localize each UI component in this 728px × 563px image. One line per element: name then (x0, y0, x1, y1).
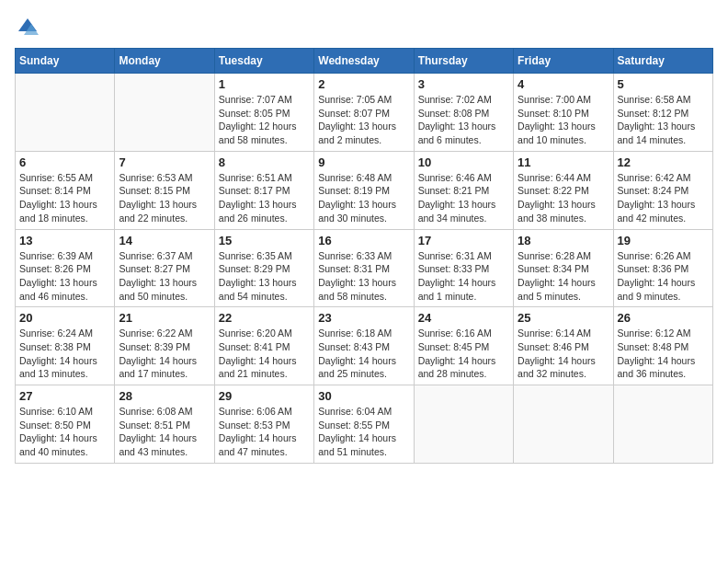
day-cell: 14Sunrise: 6:37 AMSunset: 8:27 PMDayligh… (115, 229, 214, 307)
day-number: 13 (19, 234, 110, 247)
day-info: Sunrise: 6:42 AMSunset: 8:24 PMDaylight:… (618, 171, 709, 225)
day-cell: 1Sunrise: 7:07 AMSunset: 8:05 PMDaylight… (214, 74, 313, 152)
day-cell: 16Sunrise: 6:33 AMSunset: 8:31 PMDayligh… (314, 229, 414, 307)
day-number: 30 (318, 389, 409, 403)
day-cell: 8Sunrise: 6:51 AMSunset: 8:17 PMDaylight… (214, 151, 313, 229)
day-cell: 22Sunrise: 6:20 AMSunset: 8:41 PMDayligh… (214, 307, 313, 385)
day-cell: 11Sunrise: 6:44 AMSunset: 8:22 PMDayligh… (514, 151, 613, 229)
day-info: Sunrise: 7:05 AMSunset: 8:07 PMDaylight:… (318, 93, 409, 147)
day-info: Sunrise: 6:26 AMSunset: 8:36 PMDaylight:… (618, 249, 709, 304)
day-cell: 26Sunrise: 6:12 AMSunset: 8:48 PMDayligh… (613, 307, 712, 385)
logo-icon (15, 15, 40, 40)
day-info: Sunrise: 6:33 AMSunset: 8:31 PMDaylight:… (318, 249, 409, 304)
weekday-header-saturday: Saturday (613, 49, 712, 74)
weekday-header-monday: Monday (115, 49, 214, 74)
day-info: Sunrise: 6:46 AMSunset: 8:21 PMDaylight:… (418, 171, 509, 225)
day-info: Sunrise: 6:06 AMSunset: 8:53 PMDaylight:… (219, 405, 310, 459)
weekday-header-row: SundayMondayTuesdayWednesdayThursdayFrid… (16, 49, 713, 74)
weekday-header-thursday: Thursday (414, 49, 513, 74)
day-cell: 15Sunrise: 6:35 AMSunset: 8:29 PMDayligh… (214, 229, 313, 307)
day-cell: 12Sunrise: 6:42 AMSunset: 8:24 PMDayligh… (613, 151, 712, 229)
day-number: 8 (219, 155, 310, 169)
week-row-3: 13Sunrise: 6:39 AMSunset: 8:26 PMDayligh… (16, 229, 713, 307)
day-number: 19 (618, 234, 709, 247)
day-info: Sunrise: 6:16 AMSunset: 8:45 PMDaylight:… (418, 327, 509, 381)
day-cell: 29Sunrise: 6:06 AMSunset: 8:53 PMDayligh… (214, 385, 313, 464)
day-number: 5 (618, 77, 709, 91)
day-info: Sunrise: 6:55 AMSunset: 8:14 PMDaylight:… (19, 171, 110, 225)
day-info: Sunrise: 7:02 AMSunset: 8:08 PMDaylight:… (418, 93, 509, 147)
day-number: 3 (418, 77, 509, 91)
day-cell: 17Sunrise: 6:31 AMSunset: 8:33 PMDayligh… (414, 229, 513, 307)
day-cell: 5Sunrise: 6:58 AMSunset: 8:12 PMDaylight… (613, 74, 712, 152)
day-cell: 10Sunrise: 6:46 AMSunset: 8:21 PMDayligh… (414, 151, 513, 229)
day-info: Sunrise: 6:28 AMSunset: 8:34 PMDaylight:… (518, 249, 609, 304)
day-cell: 9Sunrise: 6:48 AMSunset: 8:19 PMDaylight… (314, 151, 414, 229)
day-info: Sunrise: 6:58 AMSunset: 8:12 PMDaylight:… (618, 93, 709, 147)
day-number: 6 (19, 155, 110, 169)
day-cell: 7Sunrise: 6:53 AMSunset: 8:15 PMDaylight… (115, 151, 214, 229)
day-cell: 20Sunrise: 6:24 AMSunset: 8:38 PMDayligh… (16, 307, 115, 385)
day-cell: 21Sunrise: 6:22 AMSunset: 8:39 PMDayligh… (115, 307, 214, 385)
day-cell: 13Sunrise: 6:39 AMSunset: 8:26 PMDayligh… (16, 229, 115, 307)
day-number: 22 (219, 311, 310, 325)
day-info: Sunrise: 6:37 AMSunset: 8:27 PMDaylight:… (119, 249, 210, 304)
calendar-table: SundayMondayTuesdayWednesdayThursdayFrid… (15, 48, 713, 464)
day-info: Sunrise: 6:39 AMSunset: 8:26 PMDaylight:… (19, 249, 110, 304)
week-row-1: 1Sunrise: 7:07 AMSunset: 8:05 PMDaylight… (16, 74, 713, 152)
day-cell: 24Sunrise: 6:16 AMSunset: 8:45 PMDayligh… (414, 307, 513, 385)
day-info: Sunrise: 6:53 AMSunset: 8:15 PMDaylight:… (119, 171, 210, 225)
day-info: Sunrise: 6:12 AMSunset: 8:48 PMDaylight:… (618, 327, 709, 381)
day-number: 27 (19, 389, 110, 403)
day-number: 26 (618, 311, 709, 325)
day-cell: 23Sunrise: 6:18 AMSunset: 8:43 PMDayligh… (314, 307, 414, 385)
day-number: 4 (518, 77, 609, 91)
day-info: Sunrise: 6:48 AMSunset: 8:19 PMDaylight:… (318, 171, 409, 225)
logo (15, 15, 44, 40)
day-cell: 2Sunrise: 7:05 AMSunset: 8:07 PMDaylight… (314, 74, 414, 152)
day-info: Sunrise: 6:10 AMSunset: 8:50 PMDaylight:… (19, 405, 110, 459)
day-cell: 27Sunrise: 6:10 AMSunset: 8:50 PMDayligh… (16, 385, 115, 464)
day-cell: 6Sunrise: 6:55 AMSunset: 8:14 PMDaylight… (16, 151, 115, 229)
day-number: 24 (418, 311, 509, 325)
day-info: Sunrise: 6:31 AMSunset: 8:33 PMDaylight:… (418, 249, 509, 304)
weekday-header-wednesday: Wednesday (314, 49, 414, 74)
day-number: 9 (318, 155, 409, 169)
day-info: Sunrise: 7:00 AMSunset: 8:10 PMDaylight:… (518, 93, 609, 147)
week-row-4: 20Sunrise: 6:24 AMSunset: 8:38 PMDayligh… (16, 307, 713, 385)
day-number: 12 (618, 155, 709, 169)
day-info: Sunrise: 6:20 AMSunset: 8:41 PMDaylight:… (219, 327, 310, 381)
day-number: 28 (119, 389, 210, 403)
day-cell: 3Sunrise: 7:02 AMSunset: 8:08 PMDaylight… (414, 74, 513, 152)
day-number: 21 (119, 311, 210, 325)
day-info: Sunrise: 6:51 AMSunset: 8:17 PMDaylight:… (219, 171, 310, 225)
day-cell: 28Sunrise: 6:08 AMSunset: 8:51 PMDayligh… (115, 385, 214, 464)
day-info: Sunrise: 6:04 AMSunset: 8:55 PMDaylight:… (318, 405, 409, 459)
day-number: 16 (318, 234, 409, 247)
day-cell (613, 385, 712, 464)
day-cell (16, 74, 115, 152)
day-number: 17 (418, 234, 509, 247)
weekday-header-sunday: Sunday (16, 49, 115, 74)
day-info: Sunrise: 7:07 AMSunset: 8:05 PMDaylight:… (219, 93, 310, 147)
day-cell: 4Sunrise: 7:00 AMSunset: 8:10 PMDaylight… (514, 74, 613, 152)
day-info: Sunrise: 6:24 AMSunset: 8:38 PMDaylight:… (19, 327, 110, 381)
day-number: 25 (518, 311, 609, 325)
day-number: 7 (119, 155, 210, 169)
week-row-2: 6Sunrise: 6:55 AMSunset: 8:14 PMDaylight… (16, 151, 713, 229)
day-number: 14 (119, 234, 210, 247)
day-number: 10 (418, 155, 509, 169)
week-row-5: 27Sunrise: 6:10 AMSunset: 8:50 PMDayligh… (16, 385, 713, 464)
day-cell: 18Sunrise: 6:28 AMSunset: 8:34 PMDayligh… (514, 229, 613, 307)
day-info: Sunrise: 6:14 AMSunset: 8:46 PMDaylight:… (518, 327, 609, 381)
day-cell: 30Sunrise: 6:04 AMSunset: 8:55 PMDayligh… (314, 385, 414, 464)
day-info: Sunrise: 6:08 AMSunset: 8:51 PMDaylight:… (119, 405, 210, 459)
day-number: 2 (318, 77, 409, 91)
day-info: Sunrise: 6:44 AMSunset: 8:22 PMDaylight:… (518, 171, 609, 225)
day-number: 20 (19, 311, 110, 325)
day-number: 1 (219, 77, 310, 91)
day-number: 11 (518, 155, 609, 169)
day-number: 18 (518, 234, 609, 247)
day-cell (115, 74, 214, 152)
day-number: 23 (318, 311, 409, 325)
